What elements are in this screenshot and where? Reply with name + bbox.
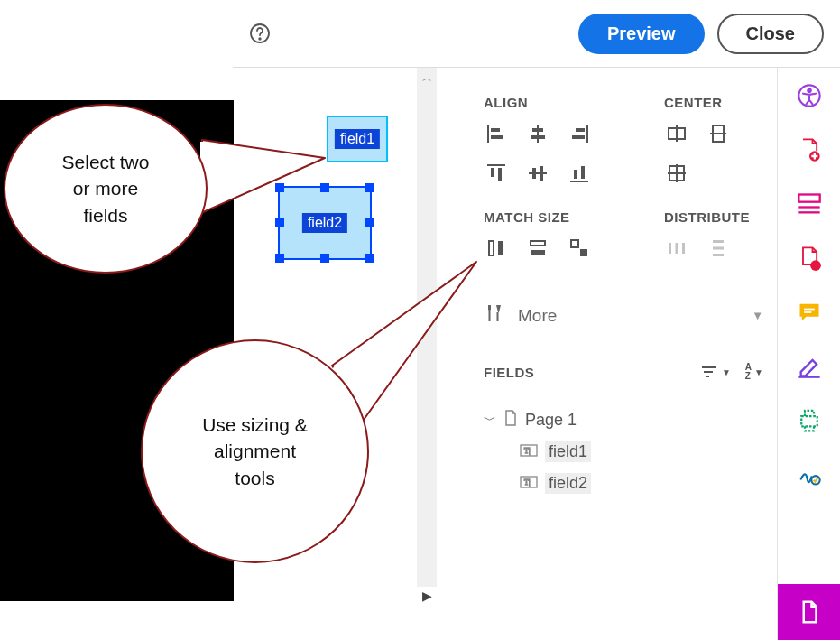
accessibility-icon[interactable] xyxy=(794,80,825,111)
top-toolbar: Preview Close xyxy=(233,0,840,68)
field-name: field2 xyxy=(545,473,591,494)
scroll-up-icon[interactable]: ︿ xyxy=(417,68,437,88)
comment-icon[interactable] xyxy=(794,297,825,328)
svg-rect-37 xyxy=(713,247,724,250)
svg-rect-29 xyxy=(531,241,545,246)
sign-icon[interactable] xyxy=(794,459,825,490)
center-horizontal-icon[interactable] xyxy=(664,121,689,146)
align-left-icon[interactable] xyxy=(484,121,509,146)
tree-field-row[interactable]: T| field2 xyxy=(484,468,763,499)
callout-sizing-tools: Use sizing & alignment tools xyxy=(141,339,369,563)
svg-rect-35 xyxy=(682,243,685,254)
svg-rect-5 xyxy=(537,125,539,143)
svg-rect-33 xyxy=(669,243,671,254)
distribute-vertical-icon xyxy=(706,236,731,261)
print-icon[interactable] xyxy=(794,405,825,436)
center-section-title: CENTER xyxy=(664,95,731,110)
svg-rect-51 xyxy=(798,195,819,202)
align-right-icon[interactable] xyxy=(567,121,592,146)
tree-field-row[interactable]: T| field1 xyxy=(484,436,763,468)
svg-rect-14 xyxy=(529,172,547,174)
more-label: More xyxy=(518,306,557,326)
svg-rect-7 xyxy=(531,135,545,139)
svg-rect-27 xyxy=(489,241,494,255)
match-size-section-title: MATCH SIZE xyxy=(484,209,628,225)
svg-rect-30 xyxy=(531,250,545,255)
properties-panel: ALIGN CENTER MATCH SIZE xyxy=(460,68,774,640)
distribute-horizontal-icon xyxy=(664,236,689,261)
svg-rect-18 xyxy=(574,170,577,179)
panel-expand-icon[interactable]: ▶ xyxy=(417,586,437,606)
match-both-icon[interactable] xyxy=(567,236,592,261)
resize-handle[interactable] xyxy=(365,218,374,227)
svg-rect-12 xyxy=(491,168,494,177)
form-layout-icon[interactable] xyxy=(794,189,825,219)
svg-rect-15 xyxy=(532,168,536,179)
svg-text:T|: T| xyxy=(524,478,531,487)
svg-rect-10 xyxy=(572,135,585,139)
svg-point-1 xyxy=(259,38,261,40)
pdf-info-icon[interactable]: i xyxy=(794,243,825,274)
svg-rect-34 xyxy=(676,243,678,254)
page-icon xyxy=(503,410,518,431)
svg-rect-4 xyxy=(491,135,503,139)
align-section-title: ALIGN xyxy=(484,95,628,110)
match-height-icon[interactable] xyxy=(525,236,550,261)
text-field-icon: T| xyxy=(520,474,538,493)
svg-rect-32 xyxy=(580,249,587,256)
text-field-icon: T| xyxy=(520,442,538,461)
prepare-form-icon[interactable] xyxy=(778,584,841,640)
resize-handle[interactable] xyxy=(365,183,374,192)
resize-handle[interactable] xyxy=(275,218,284,227)
center-vertical-icon[interactable] xyxy=(706,121,731,146)
svg-point-49 xyxy=(808,88,811,92)
field-label: field1 xyxy=(335,129,380,149)
fields-tree: ﹀ Page 1 T| field1 T| field2 xyxy=(484,404,763,499)
svg-text:i: i xyxy=(814,262,817,271)
form-field-1[interactable]: field1 xyxy=(327,116,388,162)
edit-icon[interactable] xyxy=(794,351,825,382)
center-both-icon[interactable] xyxy=(664,161,689,186)
help-icon[interactable] xyxy=(249,23,271,44)
field-name: field1 xyxy=(545,441,591,462)
chevron-down-icon: ▼ xyxy=(752,309,763,322)
callout-select-fields: Select two or more fields xyxy=(4,104,208,274)
svg-rect-8 xyxy=(586,125,588,143)
svg-rect-38 xyxy=(713,254,724,256)
more-options-button[interactable]: More ▼ xyxy=(484,302,763,329)
right-tool-rail: i xyxy=(777,68,840,640)
svg-rect-19 xyxy=(581,166,585,179)
svg-text:T|: T| xyxy=(524,447,531,455)
distribute-section-title: DISTRIBUTE xyxy=(664,209,750,225)
svg-rect-17 xyxy=(570,181,588,182)
align-horizontal-center-icon[interactable] xyxy=(525,121,550,146)
svg-rect-28 xyxy=(498,241,503,255)
svg-rect-2 xyxy=(487,125,489,143)
create-pdf-icon[interactable] xyxy=(794,134,825,165)
close-button[interactable]: Close xyxy=(717,14,824,54)
svg-rect-16 xyxy=(540,166,543,181)
svg-rect-36 xyxy=(713,240,724,243)
svg-rect-11 xyxy=(487,164,505,166)
page-label: Page 1 xyxy=(525,411,577,430)
svg-rect-59 xyxy=(801,416,817,426)
filter-icon[interactable]: ▼ xyxy=(700,363,731,381)
svg-rect-13 xyxy=(498,168,502,181)
align-top-icon[interactable] xyxy=(484,161,509,186)
preview-button[interactable]: Preview xyxy=(578,14,705,54)
align-vertical-center-icon[interactable] xyxy=(525,161,550,186)
resize-handle[interactable] xyxy=(275,254,284,263)
tree-page-row[interactable]: ﹀ Page 1 xyxy=(484,404,763,436)
align-bottom-icon[interactable] xyxy=(567,161,592,186)
svg-rect-31 xyxy=(571,240,578,247)
sort-az-icon[interactable]: AZ▼ xyxy=(745,363,763,381)
svg-rect-9 xyxy=(576,128,585,132)
svg-rect-3 xyxy=(491,128,500,132)
svg-rect-6 xyxy=(532,128,543,132)
